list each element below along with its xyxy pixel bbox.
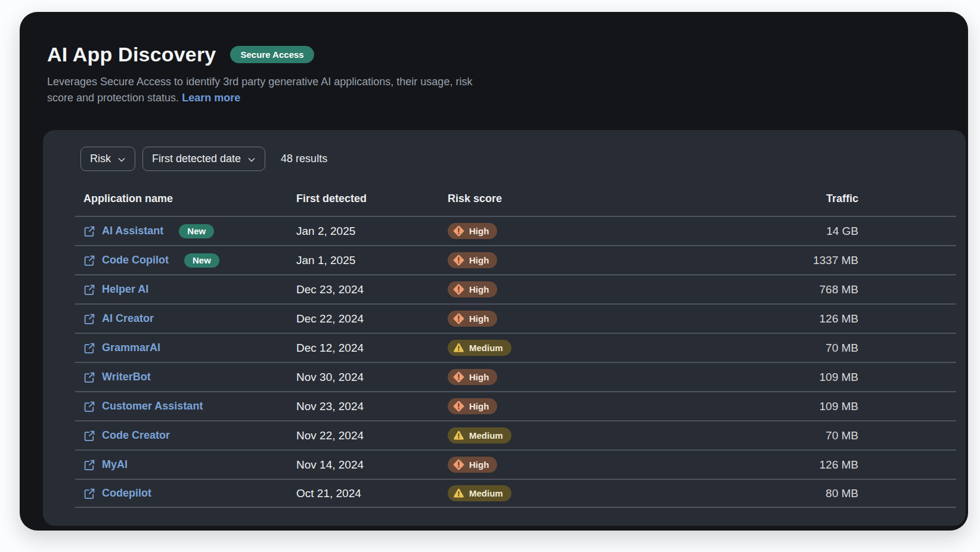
warning-diamond-icon xyxy=(453,401,464,412)
warning-diamond-icon xyxy=(453,371,464,383)
app-name-link[interactable]: AI Assistant xyxy=(83,225,163,237)
first-detected-cell: Nov 23, 2024 xyxy=(296,400,364,413)
first-detected-cell: Nov 30, 2024 xyxy=(296,371,364,383)
results-count: 48 results xyxy=(281,153,327,165)
app-name-link-label: Customer Assistant xyxy=(102,400,203,413)
first-detected-cell: Nov 14, 2024 xyxy=(296,458,364,471)
risk-level-label: High xyxy=(469,371,489,383)
traffic-cell: 126 MB xyxy=(820,312,858,325)
risk-badge: High xyxy=(448,311,497,327)
table-body: AI Assistant New Jan 2, 2025 High 1 xyxy=(75,216,956,508)
risk-level-label: High xyxy=(469,225,489,237)
app-name-link-label: Helper AI xyxy=(102,283,148,296)
description-line-2: score and protection status. xyxy=(47,92,179,104)
column-header-risk-score: Risk score xyxy=(448,193,777,205)
table-row: WriterBot Nov 30, 2024 High 109 MB xyxy=(75,362,956,391)
external-link-icon xyxy=(83,342,95,354)
risk-level-label: Medium xyxy=(469,342,503,353)
traffic-cell: 1337 MB xyxy=(813,254,858,266)
external-link-icon xyxy=(83,255,95,266)
risk-level-label: Medium xyxy=(469,430,503,441)
first-detected-date-filter-dropdown[interactable]: First detected date xyxy=(142,147,265,171)
app-name-link-label: AI Creator xyxy=(102,312,154,325)
first-detected-cell: Dec 23, 2024 xyxy=(296,283,364,296)
page-title: AI App Discovery xyxy=(47,43,216,66)
new-badge: New xyxy=(179,224,214,238)
risk-filter-label: Risk xyxy=(90,153,111,165)
risk-level-label: High xyxy=(469,284,489,295)
app-name-link-label: Code Creator xyxy=(102,429,170,442)
card-header: AI App Discovery Secure Access Leverages… xyxy=(20,12,968,106)
risk-badge: Medium xyxy=(448,340,511,356)
table-row: Code Creator Nov 22, 2024 Medium 7 xyxy=(75,420,956,449)
app-name-link[interactable]: WriterBot xyxy=(83,371,151,383)
column-header-first-detected: First detected xyxy=(296,193,448,205)
table-row: AI Assistant New Jan 2, 2025 High 1 xyxy=(75,216,956,245)
app-name-link-label: AI Assistant xyxy=(102,225,163,237)
first-detected-cell: Nov 22, 2024 xyxy=(296,429,364,442)
first-detected-cell: Oct 21, 2024 xyxy=(296,487,361,500)
app-name-link[interactable]: Code Creator xyxy=(83,429,170,442)
table-row: AI Creator Dec 22, 2024 High 126 M xyxy=(75,303,956,333)
column-header-application-name: Application name xyxy=(75,193,296,205)
external-link-icon xyxy=(83,430,95,442)
risk-badge: High xyxy=(448,281,497,297)
chevron-down-icon xyxy=(117,156,126,164)
learn-more-link[interactable]: Learn more xyxy=(182,92,240,104)
app-name-link[interactable]: GrammarAI xyxy=(83,342,160,354)
risk-badge: Medium xyxy=(448,427,511,444)
app-name-link[interactable]: Code Copilot xyxy=(83,254,169,266)
warning-diamond-icon xyxy=(453,284,464,295)
traffic-cell: 80 MB xyxy=(826,487,858,500)
first-detected-cell: Jan 2, 2025 xyxy=(296,225,355,237)
risk-badge: High xyxy=(448,457,497,473)
description-line-1: Leverages Secure Access to identify 3rd … xyxy=(47,74,941,90)
first-detected-cell: Dec 12, 2024 xyxy=(296,342,364,354)
external-link-icon xyxy=(83,488,95,500)
app-name-link[interactable]: Codepilot xyxy=(83,487,151,500)
app-name-link[interactable]: Customer Assistant xyxy=(83,400,203,413)
risk-level-label: Medium xyxy=(469,488,503,499)
risk-level-label: High xyxy=(469,459,489,470)
app-name-link[interactable]: AI Creator xyxy=(83,312,154,325)
warning-diamond-icon xyxy=(453,225,464,237)
external-link-icon xyxy=(83,459,95,471)
table-header: Application name First detected Risk sco… xyxy=(75,185,956,216)
app-table: Application name First detected Risk sco… xyxy=(75,185,956,508)
table-row: Customer Assistant Nov 23, 2024 High xyxy=(75,391,956,420)
app-name-link-label: Codepilot xyxy=(102,487,151,500)
app-name-link-label: MyAI xyxy=(102,458,128,471)
app-discovery-card: AI App Discovery Secure Access Leverages… xyxy=(20,12,968,531)
external-link-icon xyxy=(83,225,95,237)
new-badge: New xyxy=(184,253,219,268)
warning-triangle-icon xyxy=(453,430,464,441)
external-link-icon xyxy=(83,371,95,383)
table-row: MyAI Nov 14, 2024 High 126 MB xyxy=(75,449,956,479)
risk-badge: High xyxy=(448,398,497,414)
app-name-link-label: Code Copilot xyxy=(102,254,169,266)
table-row: Code Copilot New Jan 1, 2025 High 1 xyxy=(75,245,956,274)
external-link-icon xyxy=(83,313,95,325)
first-detected-cell: Dec 22, 2024 xyxy=(296,312,364,325)
discovery-panel: Risk First detected date 48 results Appl… xyxy=(43,130,966,526)
page-description: Leverages Secure Access to identify 3rd … xyxy=(47,74,941,106)
risk-filter-dropdown[interactable]: Risk xyxy=(80,147,135,171)
traffic-cell: 109 MB xyxy=(820,371,858,383)
traffic-cell: 109 MB xyxy=(820,400,858,413)
traffic-cell: 70 MB xyxy=(826,342,858,354)
warning-diamond-icon xyxy=(453,313,464,324)
risk-level-label: High xyxy=(469,255,489,266)
risk-badge: High xyxy=(448,252,497,268)
app-name-link[interactable]: Helper AI xyxy=(83,283,148,296)
risk-level-label: High xyxy=(469,313,489,324)
app-name-link-label: WriterBot xyxy=(102,371,151,383)
warning-triangle-icon xyxy=(453,488,464,499)
warning-triangle-icon xyxy=(453,342,464,353)
table-row: Codepilot Oct 21, 2024 Medium 80 M xyxy=(75,479,956,508)
traffic-cell: 70 MB xyxy=(826,429,858,442)
app-name-link[interactable]: MyAI xyxy=(83,458,128,471)
secure-access-badge: Secure Access xyxy=(230,46,314,63)
risk-badge: High xyxy=(448,369,497,385)
traffic-cell: 126 MB xyxy=(820,458,858,471)
traffic-cell: 768 MB xyxy=(820,283,858,296)
